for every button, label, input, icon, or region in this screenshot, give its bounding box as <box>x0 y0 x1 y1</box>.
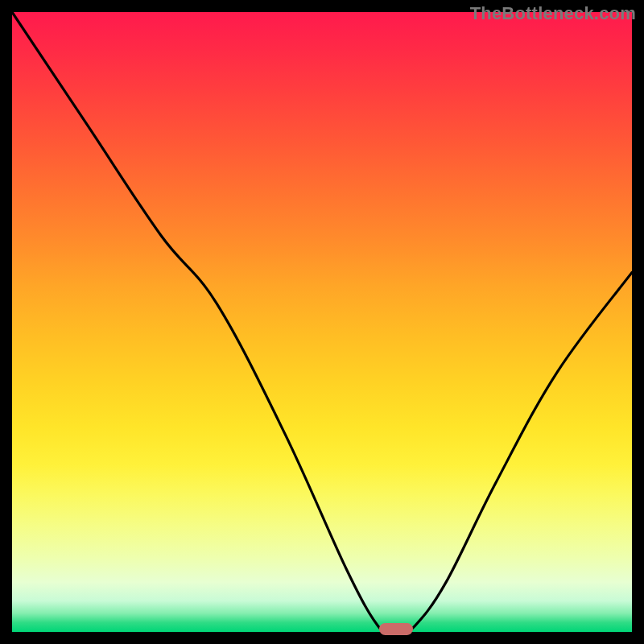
watermark-text: TheBottleneck.com <box>470 3 636 24</box>
plot-background-gradient <box>12 12 632 632</box>
optimal-marker <box>379 623 413 635</box>
chart-frame: TheBottleneck.com <box>0 0 644 644</box>
